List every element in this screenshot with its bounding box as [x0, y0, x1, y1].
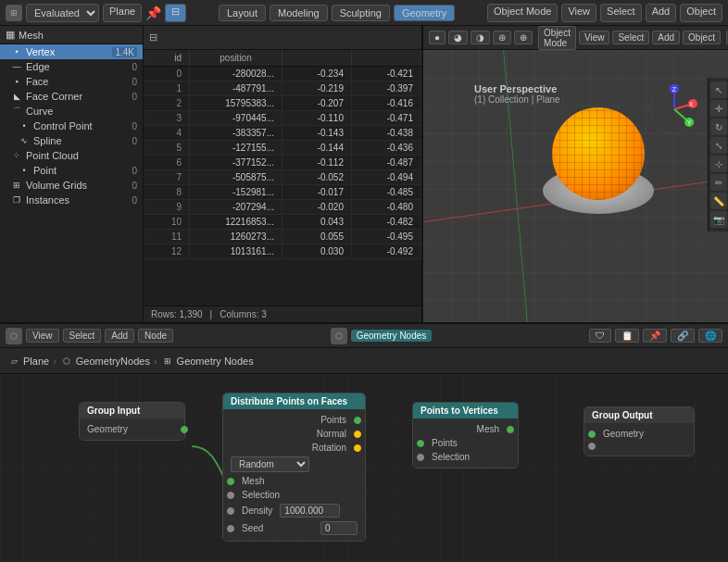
object-mode-btn[interactable]: Object Mode	[487, 4, 558, 22]
distribute-mode-dropdown[interactable]: Random	[231, 456, 309, 472]
distribute-node-body: Points Normal Rotation Random	[223, 409, 365, 541]
plane-btn[interactable]: Plane	[103, 4, 142, 22]
filter-btn[interactable]: ⊟	[165, 4, 186, 22]
distribute-in-seed[interactable]: Seed 0	[223, 519, 365, 537]
node-group-output[interactable]: Group Output Geometry	[584, 406, 695, 456]
spline-label: Spline	[33, 135, 62, 146]
view-mode-dropdown[interactable]: Evaluated	[26, 4, 99, 22]
node-add-btn[interactable]: Add	[105, 329, 134, 343]
mesh-in-socket	[227, 478, 234, 485]
out-geometry-label: Geometry	[603, 429, 644, 439]
breadcrumb-plane-label: Plane	[23, 356, 49, 367]
add-btn[interactable]: Add	[646, 4, 677, 22]
distribute-out-points: Points	[223, 413, 365, 427]
annotate-icon[interactable]: ✏	[710, 174, 727, 191]
cell-id: 12	[144, 244, 190, 258]
viewport-mode-btn[interactable]: Object Mode	[538, 26, 576, 50]
table-row: 7 -505875... -0.052 -0.494	[144, 170, 421, 185]
shield-icon-btn[interactable]: 🛡	[589, 329, 611, 343]
scale-tool-icon[interactable]: ⤡	[710, 137, 727, 154]
node-editor: ⬡ View Select Add Node ⬡ Geometry Nodes …	[0, 324, 728, 562]
node-group-input-body: Geometry	[80, 418, 184, 440]
tree-item-control-point[interactable]: • Control Point 0	[0, 119, 143, 133]
seed-in-socket	[227, 525, 234, 532]
pts-in-selection: Selection	[413, 450, 518, 464]
volume-grids-icon: ⊞	[11, 180, 22, 191]
object-mesh-overlay	[552, 107, 645, 200]
viewport-view-btn[interactable]: View	[579, 31, 610, 44]
header-tab-layout[interactable]: Layout	[219, 5, 266, 21]
node-distribute-points[interactable]: Distribute Points on Faces Points Normal…	[222, 393, 366, 542]
cell-z: -0.397	[352, 81, 421, 95]
viewport-object-btn[interactable]: Object	[683, 31, 721, 44]
camera-icon[interactable]: 📷	[710, 211, 727, 228]
cell-x: -383357...	[190, 126, 282, 140]
tree-item-spline[interactable]: ∿ Spline 0	[0, 133, 143, 148]
tree-item-volume-grids[interactable]: ⊞ Volume Grids 0	[0, 178, 143, 193]
viewport-shading-solid[interactable]: ●	[429, 31, 446, 44]
viewport-shading-material[interactable]: ◕	[448, 31, 468, 44]
header-tab-modeling[interactable]: Modeling	[270, 5, 328, 21]
cell-x: -377152...	[190, 156, 282, 169]
pts-in-points: Points	[413, 436, 518, 450]
node-view-btn[interactable]: View	[26, 329, 59, 343]
breadcrumb-plane[interactable]: ▱ Plane	[7, 355, 49, 368]
density-input[interactable]: 1000.000	[280, 504, 340, 518]
node-canvas[interactable]: Group Input Geometry Distribute Points o…	[0, 374, 728, 562]
copy-icon-btn[interactable]: 📋	[615, 329, 639, 343]
cell-z: -0.482	[352, 215, 421, 229]
point-count: 0	[132, 166, 137, 176]
node-editor-type-icon[interactable]: ⬡	[6, 328, 22, 344]
breadcrumb-geonodes[interactable]: ⬡ GeometryNodes	[60, 355, 150, 368]
tree-item-point[interactable]: • Point 0	[0, 163, 143, 178]
distribute-in-mesh: Mesh	[223, 474, 365, 488]
pin-icon-btn[interactable]: 📌	[643, 329, 667, 343]
header-tab-sculpting[interactable]: Sculpting	[332, 5, 390, 21]
tree-item-face-corner[interactable]: ◣ Face Corner 0	[0, 89, 143, 104]
viewport-gizmo-btn[interactable]: ⊕	[514, 31, 533, 44]
node-group-input[interactable]: Group Input Geometry	[79, 402, 185, 441]
object-btn[interactable]: Object	[680, 4, 722, 22]
cursor-tool-icon[interactable]: ↖	[710, 81, 727, 98]
node-link-icon[interactable]: 🔗	[671, 329, 695, 343]
measure-icon[interactable]: 📏	[710, 193, 727, 209]
tree-item-curve[interactable]: ⌒ Curve	[0, 104, 143, 119]
nav-gizmo[interactable]: X Y Z	[646, 81, 702, 137]
seed-input[interactable]: 0	[320, 521, 358, 535]
select-btn[interactable]: Select	[600, 4, 642, 22]
node-points-to-vertices[interactable]: Points to Vertices Mesh Points Selection	[412, 402, 519, 468]
node-node-btn[interactable]: Node	[138, 329, 173, 343]
tree-item-vertex[interactable]: • Vertex 1.4K	[0, 44, 143, 59]
tree-panel: ▦ Mesh • Vertex 1.4K — Edge 0 ▪ Face 0 ◣…	[0, 26, 144, 322]
breadcrumb-geo-nodes-2[interactable]: ⊞ Geometry Nodes	[161, 355, 254, 368]
tree-item-instances[interactable]: ❐ Instances 0	[0, 193, 143, 207]
tree-item-face[interactable]: ▪ Face 0	[0, 74, 143, 89]
tree-item-point-cloud[interactable]: ⁘ Point Cloud	[0, 148, 143, 163]
out-rotation-label: Rotation	[312, 443, 346, 453]
node-editor-type-icon2[interactable]: ⬡	[331, 328, 347, 344]
edge-label: Edge	[26, 61, 50, 72]
viewport-select-btn[interactable]: Select	[612, 31, 649, 44]
transform-tool-icon[interactable]: ⊹	[710, 156, 727, 172]
point-cloud-icon: ⁘	[11, 150, 22, 161]
header-tab-geometry[interactable]: Geometry	[394, 5, 455, 21]
view-btn[interactable]: View	[561, 4, 596, 22]
viewport-add-btn[interactable]: Add	[652, 31, 680, 44]
distribute-in-density[interactable]: Density 1000.000	[223, 502, 365, 519]
table-row: 5 -127155... -0.144 -0.436	[144, 141, 421, 156]
node-globe-icon[interactable]: 🌐	[698, 329, 722, 343]
move-tool-icon[interactable]: ✛	[710, 100, 727, 117]
breadcrumb-geo-nodes-label: Geometry Nodes	[177, 356, 254, 367]
control-point-icon: •	[19, 120, 30, 131]
editor-type-icon[interactable]: ⊞	[6, 5, 22, 21]
viewport-overlay-btn[interactable]: ⊛	[493, 31, 511, 44]
node-select-btn[interactable]: Select	[63, 329, 102, 343]
viewport-shading-rendered[interactable]: ◑	[471, 31, 490, 44]
cell-y: 0.055	[282, 230, 352, 244]
distribute-mode[interactable]: Random	[223, 455, 365, 474]
group-output-label: Group Output	[592, 410, 653, 420]
rotate-tool-icon[interactable]: ↻	[710, 119, 727, 135]
tree-item-edge[interactable]: — Edge 0	[0, 59, 143, 74]
out-normal-label: Normal	[317, 429, 346, 439]
top-header: ⊞ Evaluated Plane 📌 ⊟ Layout Modeling Sc…	[0, 0, 728, 26]
